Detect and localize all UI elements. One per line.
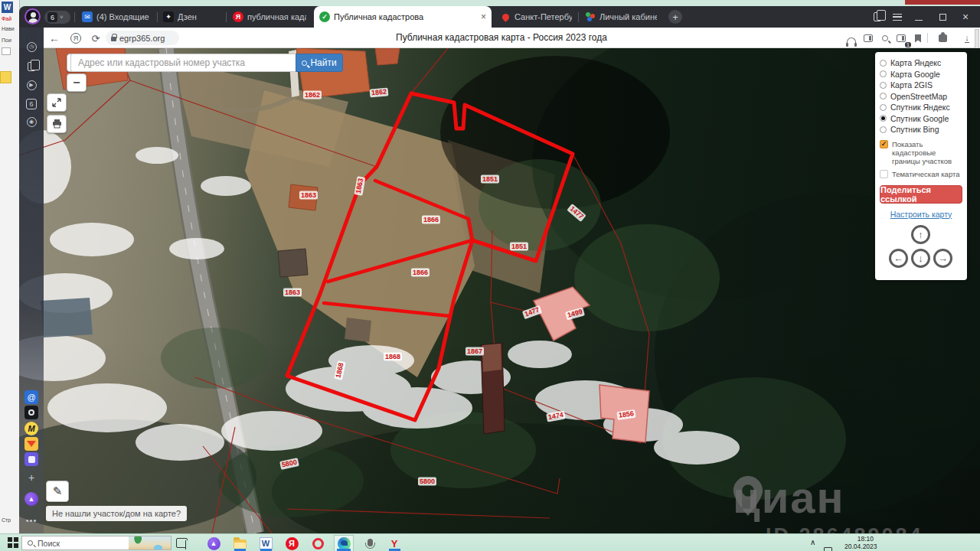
map-search: Найти <box>70 54 343 72</box>
docs-panel-icon[interactable] <box>871 11 884 23</box>
new-tab-button[interactable]: + <box>668 10 682 24</box>
tray-display-icon[interactable] <box>824 547 832 551</box>
map-satellite-layer <box>19 48 980 533</box>
base-layer-label: Спутник Яндекс <box>890 102 950 113</box>
tabs-panel-icon[interactable] <box>24 60 38 73</box>
bookmark-icon[interactable] <box>910 31 926 46</box>
maximize-button[interactable] <box>936 11 949 23</box>
draw-button[interactable]: ✎ <box>46 481 69 502</box>
base-layer-option[interactable]: Спутник Яндекс <box>880 102 962 113</box>
map-canvas[interactable]: 1862186218511477186318631866185118661863… <box>19 48 980 533</box>
mail-app-icon[interactable]: @ <box>24 390 38 404</box>
address-bar[interactable]: egrp365.org <box>106 31 179 45</box>
more-options-icon[interactable]: ••• <box>24 514 38 527</box>
radio-icon[interactable] <box>880 115 887 122</box>
pan-down-button[interactable]: ↓ <box>911 249 930 268</box>
task-view-button[interactable] <box>176 538 188 548</box>
tab-group-chip[interactable]: 6 ˅ <box>44 11 70 24</box>
zoom-out-button[interactable]: − <box>67 73 87 92</box>
zoom-page-icon[interactable] <box>877 31 893 46</box>
headphones-icon[interactable] <box>844 31 859 46</box>
tab-mail[interactable]: ✉ (4) Входящие - Почта Mai <box>77 6 156 28</box>
tab-group-count: 6 <box>47 12 57 22</box>
download-icon[interactable]: ↓ <box>959 31 975 46</box>
radio-icon[interactable] <box>880 70 887 77</box>
share-link-button[interactable]: Поделиться ссылкой <box>880 185 962 204</box>
yandex-services-icon[interactable]: Я <box>68 31 83 46</box>
taskbar-yandex-icon[interactable]: Я <box>285 536 299 550</box>
parcel-label: 1866 <box>411 269 430 277</box>
alice-assistant-icon[interactable]: ▲ <box>24 492 38 506</box>
video-play-icon[interactable]: ▶ <box>24 78 38 92</box>
not-found-tooltip[interactable]: Не нашли участок/дом на карте? <box>46 506 187 521</box>
messenger-app-icon[interactable] <box>24 452 38 466</box>
overlay-option[interactable]: ✓Показать кадастровые границы участков <box>880 140 962 165</box>
word-find-label: Пои <box>2 37 11 43</box>
base-layer-option[interactable]: Спутник Bing <box>880 124 962 135</box>
extension-icon[interactable] <box>935 31 950 46</box>
tab-spb-map[interactable]: Санкт-Петербург и Лени <box>495 6 577 28</box>
close-tab-icon[interactable]: × <box>481 11 486 22</box>
tray-expand-icon[interactable]: ∧ <box>810 538 815 546</box>
radio-icon[interactable] <box>880 60 887 67</box>
taskbar-mic-icon[interactable] <box>363 536 377 550</box>
sidebar-panels-icon[interactable] <box>861 31 876 46</box>
tab-dzen[interactable]: ✦ Дзен <box>158 6 225 28</box>
base-layer-option[interactable]: Карта Яндекс <box>880 57 962 69</box>
layers-panel: Карта ЯндексКарта GoogleКарта 2GISOpenSt… <box>875 52 967 280</box>
print-button[interactable] <box>47 115 67 133</box>
parcel-label: 1851 <box>481 175 499 184</box>
taskbar-opera-icon[interactable] <box>311 536 325 550</box>
tray-clock[interactable]: 18:10 20.04.2023 <box>844 536 874 550</box>
yandex-mail-icon[interactable] <box>24 437 38 451</box>
checkbox-icon[interactable] <box>880 170 888 178</box>
parcel-label: 1862 <box>370 87 389 97</box>
collections-icon[interactable]: 1 <box>893 31 909 46</box>
pan-right-button[interactable]: → <box>933 249 952 268</box>
screenshot-icon[interactable]: ◉ <box>24 115 38 129</box>
start-button[interactable] <box>8 537 18 548</box>
base-layer-option[interactable]: Карта 2GIS <box>880 80 962 91</box>
pan-up-button[interactable]: ↑ <box>911 225 930 244</box>
add-app-icon[interactable]: + <box>24 471 38 484</box>
close-window-button[interactable]: × <box>959 11 972 23</box>
tab-personal-account[interactable]: Личный кабинет - Мои о <box>580 6 662 28</box>
pan-left-button[interactable]: ← <box>889 249 908 268</box>
radio-icon[interactable] <box>880 126 887 133</box>
radio-icon[interactable] <box>880 104 887 111</box>
scrollbar[interactable] <box>975 29 979 49</box>
menu-icon[interactable] <box>890 11 904 23</box>
word-nav-label: Нави <box>2 26 15 31</box>
search-input[interactable] <box>70 54 296 72</box>
market-app-icon[interactable]: M <box>24 422 38 435</box>
radio-icon[interactable] <box>880 82 887 89</box>
radio-icon[interactable] <box>880 93 887 99</box>
tab-counter-icon[interactable]: 6 <box>24 97 38 111</box>
yandex-ya-icon: Я <box>233 11 243 22</box>
base-layer-option[interactable]: Карта Google <box>880 69 962 80</box>
cian-logo-pin-icon <box>733 475 763 517</box>
fullscreen-button[interactable] <box>47 93 67 112</box>
back-icon[interactable]: ← <box>47 31 62 46</box>
search-icon <box>28 540 33 546</box>
taskbar-search[interactable]: Поиск <box>21 536 172 550</box>
screen: W Фай Нави Пои Стр 6 ˅ ✉ (4) Входящие - … <box>0 0 980 551</box>
minimize-button[interactable] <box>912 11 926 23</box>
base-layer-option[interactable]: OpenStreetMap <box>880 91 962 103</box>
refresh-icon[interactable]: ⟳ <box>88 31 103 46</box>
camera-app-icon[interactable] <box>24 406 38 419</box>
search-icon <box>302 60 307 66</box>
tab-active-cadastre[interactable]: ✓ Публичная кадастрова × <box>314 6 492 28</box>
checkbox-icon[interactable]: ✓ <box>880 140 888 148</box>
customize-map-link[interactable]: Настроить карту <box>880 210 962 219</box>
word-file-menu[interactable]: Фай <box>2 16 11 21</box>
overlay-option[interactable]: Тематическая карта <box>880 170 962 178</box>
history-icon[interactable]: ◷ <box>24 40 38 54</box>
taskbar-alice-icon[interactable]: ▲ <box>207 536 220 550</box>
tab-search-results[interactable]: Я публичная кадастровая к <box>227 6 312 28</box>
base-layer-option[interactable]: Спутник Google <box>880 113 962 125</box>
weather-widget-image <box>129 536 171 550</box>
search-button[interactable]: Найти <box>296 54 343 72</box>
profile-avatar[interactable] <box>24 8 41 24</box>
word-window-edge: W Фай Нави Пои Стр <box>0 0 20 533</box>
